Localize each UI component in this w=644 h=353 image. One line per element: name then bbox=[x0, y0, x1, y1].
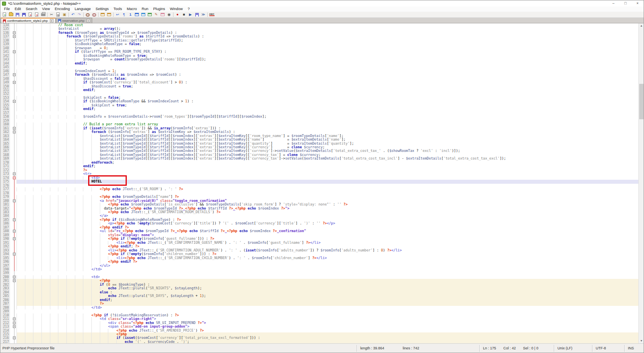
code-line[interactable]: 144endif; bbox=[0, 62, 644, 65]
fold-margin[interactable] bbox=[12, 264, 17, 268]
code-line[interactable]: 178 bbox=[0, 191, 644, 195]
fold-margin[interactable] bbox=[12, 81, 17, 84]
code-line[interactable]: 205echo JText::plural("SR_DAYS", $stayLe… bbox=[0, 294, 644, 298]
menu-item-tools[interactable]: Tools bbox=[111, 6, 124, 12]
fold-margin[interactable] bbox=[12, 100, 17, 103]
menu-item-plugins[interactable]: Plugins bbox=[151, 6, 168, 12]
doc-map-button[interactable] bbox=[134, 12, 140, 17]
fold-margin[interactable] bbox=[12, 271, 17, 275]
fold-collapse-icon[interactable] bbox=[13, 218, 16, 221]
menu-item-view[interactable]: View bbox=[40, 6, 52, 12]
fold-margin[interactable] bbox=[12, 123, 17, 126]
menu-item-language[interactable]: Language bbox=[72, 6, 93, 12]
fold-margin[interactable] bbox=[12, 164, 17, 168]
fold-margin[interactable] bbox=[12, 218, 17, 222]
code-line[interactable]: 190<?php if (!empty($roomInfo['guest_ful… bbox=[0, 237, 644, 241]
fold-margin[interactable] bbox=[12, 69, 17, 73]
fold-margin[interactable] bbox=[12, 31, 17, 35]
code-line[interactable]: 177<?php echo JText::_('SR_ROOM') . ': '… bbox=[0, 187, 644, 191]
vertical-scrollbar[interactable]: ▲ ▼ bbox=[638, 23, 644, 343]
show-all-chars-button[interactable]: ¶ bbox=[121, 12, 127, 17]
code-line[interactable]: 170endforeach; bbox=[0, 161, 644, 164]
macro-play-button[interactable]: ▶ bbox=[187, 12, 194, 17]
paste-button[interactable]: ▣ bbox=[61, 12, 68, 17]
sync-h-button[interactable] bbox=[106, 12, 112, 17]
fold-margin[interactable] bbox=[12, 214, 17, 218]
code-line[interactable]: 210<?php if (!$isGuestMakingReservation)… bbox=[0, 314, 644, 317]
status-encoding[interactable]: UTF-8 bbox=[592, 345, 624, 352]
fold-margin[interactable] bbox=[12, 332, 17, 336]
fold-margin[interactable] bbox=[12, 134, 17, 138]
fold-margin[interactable] bbox=[12, 42, 17, 46]
code-line[interactable]: 203echo JText::plural("SR_NIGHTS", $stay… bbox=[0, 287, 644, 290]
menu-item-run[interactable]: Run bbox=[139, 6, 151, 12]
code-line[interactable]: 183<?php echo JText::_('SR_CONFIRMATION_… bbox=[0, 210, 644, 214]
code-line[interactable]: 155$skipCost = true; bbox=[0, 104, 644, 107]
code-line[interactable]: 196<?php endif ?> bbox=[0, 260, 644, 264]
scrollbar-thumb[interactable] bbox=[639, 84, 644, 119]
fold-margin[interactable] bbox=[12, 92, 17, 96]
fold-margin[interactable] bbox=[12, 85, 17, 88]
fold-collapse-icon[interactable] bbox=[13, 81, 16, 84]
code-line[interactable]: 187<?php endif ?> bbox=[0, 226, 644, 229]
spell-check-button[interactable]: ABC bbox=[208, 12, 215, 17]
edit-popup-button[interactable]: ✎ bbox=[153, 12, 159, 17]
close-file-button[interactable]: × bbox=[27, 12, 33, 17]
fold-margin[interactable] bbox=[12, 73, 17, 77]
fold-margin[interactable] bbox=[12, 157, 17, 160]
fold-margin[interactable] bbox=[12, 127, 17, 130]
new-file-button[interactable]: + bbox=[1, 12, 8, 17]
fold-margin[interactable] bbox=[12, 184, 17, 187]
minimize-button[interactable]: – bbox=[607, 0, 619, 6]
fold-margin[interactable] bbox=[12, 279, 17, 282]
folder-workspace-button[interactable] bbox=[147, 12, 153, 17]
fold-margin[interactable] bbox=[12, 336, 17, 340]
macro-save-button[interactable] bbox=[194, 12, 200, 17]
fold-margin[interactable] bbox=[12, 23, 17, 27]
menu-item-settings[interactable]: Settings bbox=[93, 6, 111, 12]
code-line[interactable]: 171endif; bbox=[0, 164, 644, 168]
fold-margin[interactable] bbox=[12, 203, 17, 206]
scroll-up-arrow-icon[interactable]: ▲ bbox=[639, 23, 644, 28]
status-eol-format[interactable]: Unix (LF) bbox=[554, 345, 592, 352]
fold-margin[interactable] bbox=[12, 115, 17, 118]
fold-margin[interactable] bbox=[12, 104, 17, 107]
code-line[interactable]: 204else : bbox=[0, 291, 644, 294]
fold-collapse-icon[interactable] bbox=[13, 31, 16, 34]
fold-collapse-icon[interactable] bbox=[13, 199, 16, 202]
fold-margin[interactable] bbox=[12, 268, 17, 271]
fold-margin[interactable] bbox=[12, 142, 17, 145]
fold-margin[interactable] bbox=[12, 317, 17, 321]
find-button[interactable] bbox=[85, 12, 91, 17]
fold-margin[interactable] bbox=[12, 260, 17, 264]
code-line[interactable]: 217echo '(' . $currencyCode . ')'; bbox=[0, 340, 644, 343]
code-line[interactable]: 184</a> bbox=[0, 214, 644, 218]
macro-run-multiple-button[interactable]: ≫ bbox=[200, 12, 206, 17]
fold-collapse-icon[interactable] bbox=[13, 73, 16, 76]
code-line[interactable]: 195<li><?php echo JText::_('SR_CONFIRMAT… bbox=[0, 256, 644, 260]
close-all-button[interactable]: × bbox=[33, 12, 40, 17]
fold-margin[interactable] bbox=[12, 325, 17, 328]
code-line[interactable]: 188<ul id="rc_<?php echo $roomTypeId ?>_… bbox=[0, 229, 644, 233]
fold-margin[interactable] bbox=[12, 172, 17, 176]
doc-switcher-button[interactable] bbox=[159, 12, 166, 17]
fold-margin[interactable] bbox=[12, 149, 17, 153]
fold-collapse-icon[interactable] bbox=[13, 325, 16, 328]
fold-margin[interactable] bbox=[12, 287, 17, 290]
fold-margin[interactable] bbox=[12, 50, 17, 54]
fold-margin[interactable] bbox=[12, 119, 17, 123]
fold-margin[interactable] bbox=[12, 62, 17, 65]
menu-item-window[interactable]: Window bbox=[167, 6, 185, 12]
fold-margin[interactable] bbox=[12, 191, 17, 195]
zoom-1-1-button[interactable]: 1 bbox=[127, 12, 134, 17]
fold-margin[interactable] bbox=[12, 229, 17, 233]
fold-collapse-icon[interactable] bbox=[13, 276, 16, 278]
code-line[interactable]: 189style="display: none"> bbox=[0, 233, 644, 237]
fold-collapse-icon[interactable] bbox=[13, 322, 16, 324]
fold-collapse-icon[interactable] bbox=[13, 35, 16, 38]
fold-margin[interactable] bbox=[12, 306, 17, 309]
fold-margin[interactable] bbox=[12, 314, 17, 317]
code-line[interactable]: 179<?php echo $roomTypeDetails["name"] ?… bbox=[0, 195, 644, 199]
fold-collapse-icon[interactable] bbox=[13, 100, 16, 103]
fold-margin[interactable] bbox=[12, 130, 17, 134]
